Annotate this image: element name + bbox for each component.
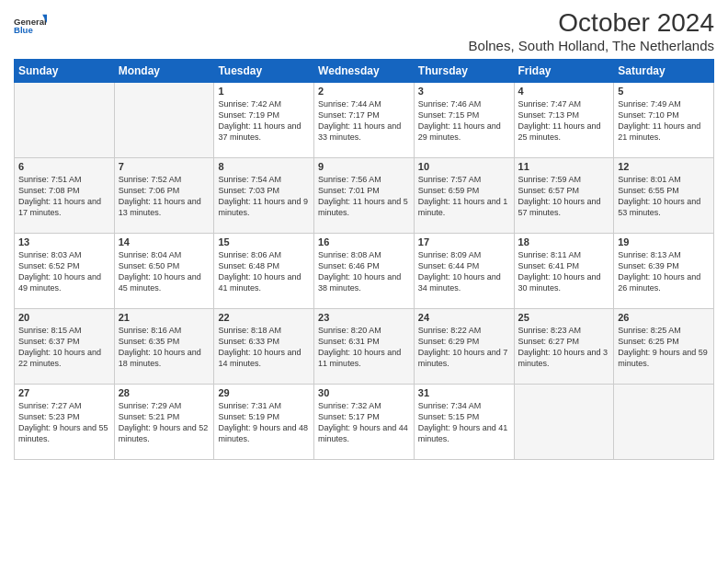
calendar-cell: 24Sunrise: 8:22 AM Sunset: 6:29 PM Dayli…: [414, 308, 514, 384]
calendar-cell: 15Sunrise: 8:06 AM Sunset: 6:48 PM Dayli…: [214, 233, 314, 308]
calendar-cell: [114, 82, 214, 157]
calendar-cell: 4Sunrise: 7:47 AM Sunset: 7:13 PM Daylig…: [514, 82, 614, 157]
day-info: Sunrise: 8:18 AM Sunset: 6:33 PM Dayligh…: [218, 325, 310, 370]
calendar-cell: 3Sunrise: 7:46 AM Sunset: 7:15 PM Daylig…: [414, 82, 514, 157]
calendar-subtitle: Bolnes, South Holland, The Netherlands: [469, 38, 714, 53]
svg-text:Blue: Blue: [14, 25, 33, 35]
day-info: Sunrise: 8:08 AM Sunset: 6:46 PM Dayligh…: [318, 249, 410, 294]
calendar-cell: 8Sunrise: 7:54 AM Sunset: 7:03 PM Daylig…: [214, 157, 314, 233]
day-number: 13: [18, 236, 110, 247]
day-number: 2: [318, 86, 410, 97]
day-number: 4: [518, 86, 610, 97]
calendar-week-3: 13Sunrise: 8:03 AM Sunset: 6:52 PM Dayli…: [15, 233, 714, 308]
header: General Blue October 2024 Bolnes, South …: [14, 9, 714, 53]
calendar-cell: 25Sunrise: 8:23 AM Sunset: 6:27 PM Dayli…: [514, 308, 614, 384]
calendar-cell: 29Sunrise: 7:31 AM Sunset: 5:19 PM Dayli…: [214, 384, 314, 459]
day-info: Sunrise: 8:15 AM Sunset: 6:37 PM Dayligh…: [18, 325, 110, 370]
header-thursday: Thursday: [414, 59, 514, 82]
day-number: 28: [119, 387, 210, 398]
day-info: Sunrise: 7:46 AM Sunset: 7:15 PM Dayligh…: [418, 98, 510, 144]
calendar-cell: 19Sunrise: 8:13 AM Sunset: 6:39 PM Dayli…: [614, 233, 714, 308]
calendar-cell: 7Sunrise: 7:52 AM Sunset: 7:06 PM Daylig…: [114, 157, 214, 233]
calendar-cell: 10Sunrise: 7:57 AM Sunset: 6:59 PM Dayli…: [414, 157, 514, 233]
day-number: 15: [218, 236, 310, 247]
calendar-week-2: 6Sunrise: 7:51 AM Sunset: 7:08 PM Daylig…: [15, 157, 714, 233]
calendar-cell: 11Sunrise: 7:59 AM Sunset: 6:57 PM Dayli…: [514, 157, 614, 233]
day-number: 27: [18, 387, 110, 398]
calendar-cell: 30Sunrise: 7:32 AM Sunset: 5:17 PM Dayli…: [314, 384, 415, 459]
day-number: 24: [418, 312, 510, 323]
calendar-cell: 18Sunrise: 8:11 AM Sunset: 6:41 PM Dayli…: [514, 233, 614, 308]
day-info: Sunrise: 7:49 AM Sunset: 7:10 PM Dayligh…: [618, 98, 710, 144]
day-number: 22: [218, 312, 310, 323]
day-number: 30: [318, 387, 410, 398]
page: General Blue October 2024 Bolnes, South …: [0, 0, 728, 563]
header-tuesday: Tuesday: [214, 59, 314, 82]
day-info: Sunrise: 8:20 AM Sunset: 6:31 PM Dayligh…: [318, 325, 410, 370]
calendar-cell: 22Sunrise: 8:18 AM Sunset: 6:33 PM Dayli…: [214, 308, 314, 384]
calendar-cell: 5Sunrise: 7:49 AM Sunset: 7:10 PM Daylig…: [614, 82, 714, 157]
day-info: Sunrise: 7:51 AM Sunset: 7:08 PM Dayligh…: [18, 174, 110, 219]
day-number: 5: [618, 86, 710, 97]
day-info: Sunrise: 8:09 AM Sunset: 6:44 PM Dayligh…: [418, 249, 510, 294]
day-info: Sunrise: 7:44 AM Sunset: 7:17 PM Dayligh…: [318, 98, 410, 144]
calendar-title: October 2024: [469, 9, 714, 38]
day-info: Sunrise: 7:57 AM Sunset: 6:59 PM Dayligh…: [418, 174, 510, 219]
calendar-cell: 31Sunrise: 7:34 AM Sunset: 5:15 PM Dayli…: [414, 384, 514, 459]
day-info: Sunrise: 8:11 AM Sunset: 6:41 PM Dayligh…: [518, 249, 610, 294]
day-info: Sunrise: 8:13 AM Sunset: 6:39 PM Dayligh…: [618, 249, 710, 294]
day-number: 6: [18, 161, 110, 172]
calendar-cell: 6Sunrise: 7:51 AM Sunset: 7:08 PM Daylig…: [15, 157, 115, 233]
day-number: 25: [518, 312, 610, 323]
day-number: 9: [318, 161, 410, 172]
day-info: Sunrise: 7:52 AM Sunset: 7:06 PM Dayligh…: [119, 174, 210, 219]
calendar-cell: 20Sunrise: 8:15 AM Sunset: 6:37 PM Dayli…: [15, 308, 115, 384]
day-info: Sunrise: 7:47 AM Sunset: 7:13 PM Dayligh…: [518, 98, 610, 144]
calendar-cell: 1Sunrise: 7:42 AM Sunset: 7:19 PM Daylig…: [214, 82, 314, 157]
calendar-cell: 23Sunrise: 8:20 AM Sunset: 6:31 PM Dayli…: [314, 308, 415, 384]
day-info: Sunrise: 7:54 AM Sunset: 7:03 PM Dayligh…: [218, 174, 310, 219]
calendar-cell: [15, 82, 115, 157]
day-info: Sunrise: 8:16 AM Sunset: 6:35 PM Dayligh…: [119, 325, 210, 370]
day-number: 19: [618, 236, 710, 247]
day-number: 17: [418, 236, 510, 247]
calendar-cell: 14Sunrise: 8:04 AM Sunset: 6:50 PM Dayli…: [114, 233, 214, 308]
day-number: 31: [418, 387, 510, 398]
calendar-week-1: 1Sunrise: 7:42 AM Sunset: 7:19 PM Daylig…: [15, 82, 714, 157]
day-number: 16: [318, 236, 410, 247]
calendar-cell: 27Sunrise: 7:27 AM Sunset: 5:23 PM Dayli…: [15, 384, 115, 459]
header-monday: Monday: [114, 59, 214, 82]
day-number: 10: [418, 161, 510, 172]
title-section: October 2024 Bolnes, South Holland, The …: [469, 9, 714, 53]
header-sunday: Sunday: [15, 59, 115, 82]
day-info: Sunrise: 8:06 AM Sunset: 6:48 PM Dayligh…: [218, 249, 310, 294]
day-info: Sunrise: 8:04 AM Sunset: 6:50 PM Dayligh…: [119, 249, 210, 294]
day-info: Sunrise: 7:34 AM Sunset: 5:15 PM Dayligh…: [418, 400, 510, 445]
day-number: 29: [218, 387, 310, 398]
calendar-cell: 9Sunrise: 7:56 AM Sunset: 7:01 PM Daylig…: [314, 157, 415, 233]
day-info: Sunrise: 7:29 AM Sunset: 5:21 PM Dayligh…: [119, 400, 210, 445]
day-number: 14: [119, 236, 210, 247]
calendar-cell: 21Sunrise: 8:16 AM Sunset: 6:35 PM Dayli…: [114, 308, 214, 384]
calendar-cell: 12Sunrise: 8:01 AM Sunset: 6:55 PM Dayli…: [614, 157, 714, 233]
day-info: Sunrise: 8:03 AM Sunset: 6:52 PM Dayligh…: [18, 249, 110, 294]
day-number: 11: [518, 161, 610, 172]
calendar-cell: 16Sunrise: 8:08 AM Sunset: 6:46 PM Dayli…: [314, 233, 415, 308]
header-wednesday: Wednesday: [314, 59, 415, 82]
header-row: Sunday Monday Tuesday Wednesday Thursday…: [15, 59, 714, 82]
calendar-week-4: 20Sunrise: 8:15 AM Sunset: 6:37 PM Dayli…: [15, 308, 714, 384]
day-info: Sunrise: 7:32 AM Sunset: 5:17 PM Dayligh…: [318, 400, 410, 445]
day-number: 3: [418, 86, 510, 97]
day-number: 8: [218, 161, 310, 172]
day-number: 1: [218, 86, 310, 97]
calendar-cell: 2Sunrise: 7:44 AM Sunset: 7:17 PM Daylig…: [314, 82, 415, 157]
day-number: 18: [518, 236, 610, 247]
logo-icon: General Blue: [14, 9, 47, 42]
calendar-cell: 13Sunrise: 8:03 AM Sunset: 6:52 PM Dayli…: [15, 233, 115, 308]
day-number: 12: [618, 161, 710, 172]
header-friday: Friday: [514, 59, 614, 82]
calendar-cell: 17Sunrise: 8:09 AM Sunset: 6:44 PM Dayli…: [414, 233, 514, 308]
day-info: Sunrise: 7:31 AM Sunset: 5:19 PM Dayligh…: [218, 400, 310, 445]
day-info: Sunrise: 8:23 AM Sunset: 6:27 PM Dayligh…: [518, 325, 610, 370]
day-info: Sunrise: 7:56 AM Sunset: 7:01 PM Dayligh…: [318, 174, 410, 219]
